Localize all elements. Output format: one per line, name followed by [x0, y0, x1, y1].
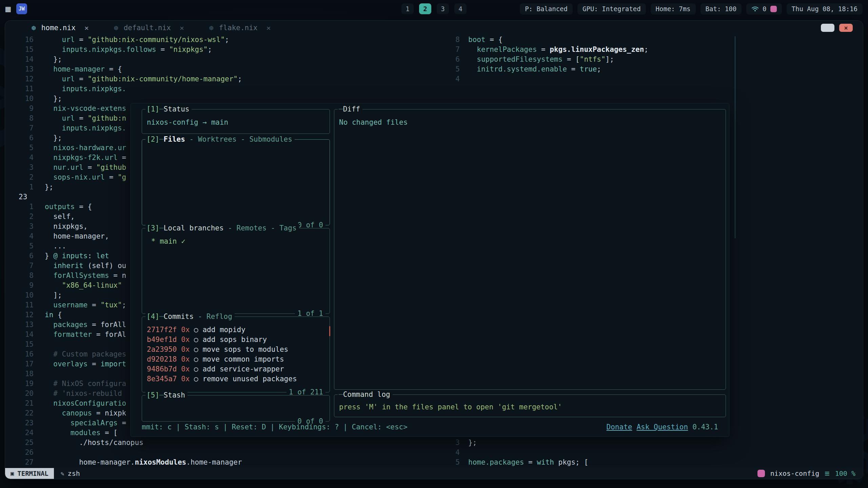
diff-panel-title: ─Diff — [338, 104, 362, 114]
scroll-percent: 100 % — [835, 469, 855, 477]
line-number: 5 — [19, 143, 34, 153]
commit-list: 2717f2f 0x ○ add mopidyb49ef1d 0x ○ add … — [147, 325, 325, 391]
line-number: 23 — [19, 418, 34, 428]
tab-default.nix[interactable]: ❆default.nix× — [114, 24, 184, 32]
commit-author: 0x — [177, 326, 190, 334]
status-module: Home: 7ms — [651, 3, 696, 15]
app-launcher-icon[interactable]: ▦ — [5, 4, 11, 13]
app-badge: JW — [16, 3, 27, 14]
branches-panel-title: [3]─Local branches - Remotes - Tags — [145, 223, 299, 233]
nix-snowflake-icon: ❆ — [114, 24, 118, 32]
line-number: 5 — [19, 241, 34, 251]
code-text: inputs.nixpkgs. — [45, 84, 126, 94]
lazygit-branches-panel[interactable]: [3]─Local branches - Remotes - Tags * ma… — [142, 228, 330, 314]
status-module: P: Balanced — [520, 3, 573, 15]
topbar: ▦ JW 1234 P: BalancedGPU: IntegratedHome… — [0, 0, 868, 18]
tabbar-tabs: ❆home.nix×❆default.nix×❆flake.nix× — [32, 24, 296, 32]
commit-message: add sops binary — [202, 336, 267, 344]
shell-label: zsh — [68, 469, 80, 477]
indicator-icon[interactable] — [770, 6, 777, 12]
line-number: 5 — [445, 64, 460, 74]
commit-row[interactable]: 2717f2f 0x ○ add mopidy — [147, 325, 325, 335]
tab-flake.nix[interactable]: ❆flake.nix× — [209, 24, 271, 32]
commit-author: 0x — [177, 336, 190, 344]
right-pane-code-line: 5home.packages = with pkgs; [ — [5, 458, 863, 467]
lazygit-command-log-panel[interactable]: ─Command log press 'M' in the files pane… — [334, 394, 726, 417]
workspace-button-4[interactable]: 4 — [454, 3, 467, 14]
lazygit-commits-panel[interactable]: [4]─Commits - Reflog 2717f2f 0x ○ add mo… — [142, 317, 330, 392]
line-number: 19 — [19, 379, 34, 389]
pin-button[interactable] — [821, 24, 834, 32]
line-number: 1 — [19, 182, 34, 192]
code-text: }; — [468, 438, 477, 448]
lazygit-version: 0.43.1 — [692, 422, 718, 432]
commit-row[interactable]: 2a23950 0x ○ move sops to modules — [147, 345, 325, 354]
tab-label: default.nix — [124, 24, 171, 32]
tab-close-icon[interactable]: × — [84, 24, 89, 32]
ask-question-link[interactable]: Ask Question — [636, 422, 688, 432]
lazygit-diff-panel[interactable]: ─Diff No changed files — [334, 109, 726, 390]
commit-hash: b49ef1d — [147, 336, 177, 344]
tab-close-icon[interactable]: × — [180, 24, 184, 32]
right-pane-code-line: 6 supportedFilesystems = ["ntfs"]; — [5, 55, 863, 64]
code-text: } @ inputs: let — [45, 251, 109, 261]
commit-hash: 8e345a7 — [147, 375, 177, 383]
code-text: boot = { — [468, 35, 502, 45]
right-pane-code-line: 3}; — [5, 438, 863, 448]
line-number: 7 — [19, 261, 34, 271]
workspace-button-3[interactable]: 3 — [437, 3, 449, 14]
right-pane-code-line: 4 — [5, 448, 863, 458]
code-text: supportedFilesystems = ["ntfs"]; — [468, 55, 614, 64]
terminal-window: ❆home.nix×❆default.nix×❆flake.nix× × 16 … — [5, 20, 863, 479]
system-tray[interactable]: 0 — [746, 3, 782, 15]
code-text: nur.url = "github — [45, 163, 126, 172]
line-number: 7 — [19, 123, 34, 133]
mode-indicator: ▣ TERMINAL — [5, 468, 54, 479]
mode-label: TERMINAL — [17, 470, 48, 477]
donate-link[interactable]: Donate — [607, 422, 632, 432]
lazygit-links: Donate Ask Question 0.43.1 — [607, 422, 718, 432]
network-icon — [751, 6, 759, 12]
commit-message: move common imports — [202, 355, 284, 363]
lazygit-stash-panel[interactable]: [5]─Stash 0 of 0 — [142, 395, 330, 422]
line-number: 4 — [445, 74, 460, 84]
branch-list-item[interactable]: * main ✓ — [147, 237, 325, 246]
code-text: formatter = forAl — [45, 330, 126, 340]
status-module: Bat: 100 — [701, 3, 742, 15]
commit-row[interactable]: b49ef1d 0x ○ add sops binary — [147, 335, 325, 345]
lazygit-status-panel[interactable]: [1]─Status nixos-config → main — [142, 109, 330, 134]
line-number: 20 — [19, 389, 34, 399]
tab-home.nix[interactable]: ❆home.nix× — [32, 24, 89, 32]
tab-bar: ❆home.nix×❆default.nix×❆flake.nix× × — [5, 21, 863, 35]
code-text: home.packages = with pkgs; [ — [468, 458, 588, 467]
code-text: nixosConfiguratio — [45, 399, 126, 408]
line-number: 4 — [445, 448, 460, 458]
code-text: forAllSystems = n — [45, 271, 126, 281]
code-text: home-manager, — [45, 231, 109, 241]
lazygit-files-panel[interactable]: [2]─Files - Worktrees - Submodules 0 of … — [142, 139, 330, 225]
status-panel-title: [1]─Status — [145, 104, 192, 114]
code-text: # Custom packages — [45, 349, 126, 359]
commit-graph-node: ○ — [190, 375, 202, 383]
commit-graph-node: ○ — [190, 326, 202, 334]
commits-panel-title: [4]─Commits - Reflog — [145, 312, 235, 322]
lazygit-keybindings: mmit: c | Stash: s | Reset: D | Keybindi… — [142, 422, 408, 432]
window-close-button[interactable]: × — [839, 24, 853, 32]
line-number: 2 — [19, 172, 34, 182]
line-number: 23 — [19, 192, 34, 202]
nix-snowflake-icon: ❆ — [209, 24, 214, 32]
workspace-button-2[interactable]: 2 — [419, 3, 431, 14]
commit-row[interactable]: 8e345a7 0x ○ remove unused packages — [147, 374, 325, 384]
commit-row[interactable]: d920218 0x ○ move common imports — [147, 354, 325, 364]
diff-content: No changed files — [339, 118, 721, 127]
line-number: 21 — [19, 399, 34, 408]
code-text: inputs.nixpkgs. — [45, 123, 126, 133]
line-number: 15 — [19, 340, 34, 349]
commits-scrollbar[interactable] — [329, 326, 330, 336]
commit-row[interactable]: 9486b7d 0x ○ add service-wrapper — [147, 364, 325, 374]
code-text: inherit (self) ou — [45, 261, 126, 271]
list-icon: ≡ — [825, 469, 829, 477]
tab-close-icon[interactable]: × — [267, 24, 271, 32]
workspace-button-1[interactable]: 1 — [401, 3, 414, 14]
pane-scrollbar[interactable] — [735, 36, 735, 238]
